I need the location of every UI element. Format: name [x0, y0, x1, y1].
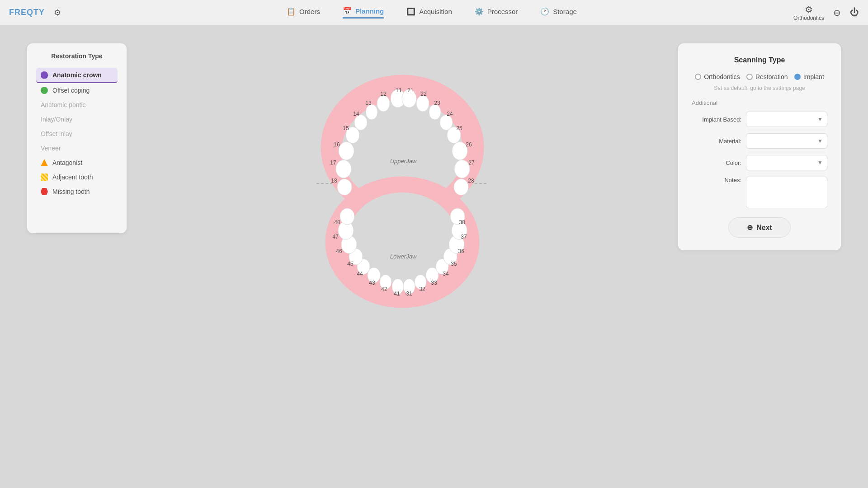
radio-implant[interactable] [794, 74, 801, 80]
header: FREQTY ⚙ 📋 Orders 📅 Planning 🔲 Acquisiti… [0, 0, 868, 25]
svg-text:LowerJaw: LowerJaw [390, 253, 417, 260]
svg-text:18: 18 [331, 178, 337, 184]
svg-text:22: 22 [420, 91, 427, 97]
tooth-chart-panel: 11 21 12 22 13 23 14 24 15 25 16 26 17 2… [145, 43, 660, 324]
notes-row: Notes: [692, 177, 827, 208]
svg-point-8 [377, 95, 390, 112]
orthodontics-gear-icon: ⚙ [805, 4, 813, 15]
implant-based-select[interactable] [746, 112, 827, 127]
restoration-item-veneer: Veneer [36, 141, 118, 155]
svg-text:31: 31 [406, 291, 412, 297]
color-row: Color: ▼ [692, 155, 827, 170]
restoration-item-offset-inlay: Offset inlay [36, 127, 118, 141]
scan-type-orthodontics[interactable]: Orthodontics [695, 73, 740, 80]
offset-coping-icon [41, 87, 48, 94]
adjacent-tooth-icon [41, 174, 48, 181]
svg-point-37 [340, 208, 354, 225]
svg-text:13: 13 [365, 100, 372, 106]
orthodontics-button[interactable]: ⚙ Orthodontics [793, 4, 824, 21]
svg-point-21 [454, 179, 468, 195]
tab-acquisition[interactable]: 🔲 Acquisition [406, 7, 452, 18]
svg-text:47: 47 [332, 234, 339, 240]
color-select-wrapper: ▼ [746, 155, 827, 170]
storage-icon: 🕐 [540, 7, 549, 16]
color-label: Color: [692, 160, 741, 166]
scan-type-restoration[interactable]: Restoration [746, 73, 788, 80]
material-select[interactable] [746, 133, 827, 149]
svg-text:42: 42 [381, 286, 387, 292]
svg-point-20 [337, 179, 352, 195]
tooth-chart-container: 11 21 12 22 13 23 14 24 15 25 16 26 17 2… [289, 43, 515, 324]
svg-text:UpperJaw: UpperJaw [390, 158, 417, 164]
svg-text:23: 23 [434, 100, 440, 106]
svg-text:36: 36 [458, 248, 464, 254]
svg-text:45: 45 [347, 261, 354, 267]
svg-text:44: 44 [357, 271, 363, 277]
main-content: Restoration Type Anatomic crown Offset c… [0, 25, 868, 488]
implant-based-label: Implant Based: [692, 116, 741, 123]
tab-orders[interactable]: 📋 Orders [287, 7, 320, 18]
tab-planning[interactable]: 📅 Planning [343, 7, 384, 19]
scan-type-options: Orthodontics Restoration Implant [692, 73, 827, 80]
missing-tooth-icon [41, 188, 48, 195]
restoration-type-panel: Restoration Type Anatomic crown Offset c… [27, 43, 127, 233]
svg-point-16 [339, 142, 354, 160]
svg-text:43: 43 [369, 280, 375, 286]
implant-based-select-wrapper: ▼ [746, 112, 827, 127]
svg-point-18 [336, 160, 351, 178]
next-button[interactable]: ⊕ Next [728, 217, 791, 238]
svg-text:35: 35 [451, 261, 457, 267]
default-settings-text[interactable]: Set as default, go to the settings page [692, 85, 827, 91]
svg-text:46: 46 [336, 248, 342, 254]
svg-point-17 [452, 142, 467, 160]
restoration-item-missing-tooth[interactable]: Missing tooth [36, 184, 118, 199]
svg-text:17: 17 [330, 160, 336, 166]
color-select[interactable] [746, 155, 827, 170]
radio-orthodontics[interactable] [695, 74, 701, 80]
header-right: ⚙ Orthodontics ⊖ ⏻ [793, 4, 859, 21]
implant-based-row: Implant Based: ▼ [692, 112, 827, 127]
nav-tabs: 📋 Orders 📅 Planning 🔲 Acquisition ⚙️ Pro… [70, 7, 793, 19]
svg-text:26: 26 [466, 141, 472, 148]
svg-text:41: 41 [394, 291, 400, 297]
svg-point-12 [354, 115, 367, 130]
svg-text:27: 27 [468, 160, 475, 166]
restoration-item-antagonist[interactable]: Antagonist [36, 155, 118, 170]
scanning-type-panel: Scanning Type Orthodontics Restoration I… [678, 43, 841, 250]
svg-text:11: 11 [396, 87, 402, 94]
svg-text:15: 15 [343, 125, 349, 131]
restoration-item-anatomic-crown[interactable]: Anatomic crown [36, 68, 118, 83]
svg-text:34: 34 [443, 271, 449, 277]
svg-point-11 [429, 104, 441, 120]
radio-restoration[interactable] [746, 74, 753, 80]
svg-text:28: 28 [468, 178, 474, 184]
svg-text:33: 33 [431, 280, 437, 286]
svg-text:37: 37 [461, 234, 467, 240]
notes-textarea[interactable] [746, 177, 827, 208]
tab-storage[interactable]: 🕐 Storage [540, 7, 577, 18]
restoration-item-anatomic-pontic: Anatomic pontic [36, 98, 118, 112]
svg-text:21: 21 [407, 87, 414, 94]
antagonist-icon [41, 159, 48, 166]
settings-icon[interactable]: ⚙ [54, 8, 61, 18]
svg-text:12: 12 [380, 91, 387, 97]
planning-icon: 📅 [343, 7, 352, 15]
acquisition-icon: 🔲 [406, 7, 415, 16]
scan-type-implant[interactable]: Implant [794, 73, 824, 80]
restoration-item-inlay-onlay: Inlay/Onlay [36, 112, 118, 127]
anatomic-crown-icon [41, 71, 48, 79]
scanning-type-title: Scanning Type [692, 56, 827, 64]
restoration-item-adjacent-tooth[interactable]: Adjacent tooth [36, 170, 118, 184]
minimize-icon[interactable]: ⊖ [833, 7, 841, 18]
orders-icon: 📋 [287, 7, 296, 16]
additional-label: Additional [692, 99, 827, 106]
processor-icon: ⚙️ [475, 7, 484, 16]
svg-point-9 [416, 95, 429, 112]
material-label: Material: [692, 138, 741, 145]
power-icon[interactable]: ⏻ [850, 7, 859, 18]
tab-processor[interactable]: ⚙️ Processor [475, 7, 518, 18]
restoration-item-offset-coping[interactable]: Offset coping [36, 83, 118, 98]
svg-text:24: 24 [447, 111, 453, 117]
app-logo: FREQTY [9, 8, 45, 17]
material-row: Material: ▼ [692, 133, 827, 149]
